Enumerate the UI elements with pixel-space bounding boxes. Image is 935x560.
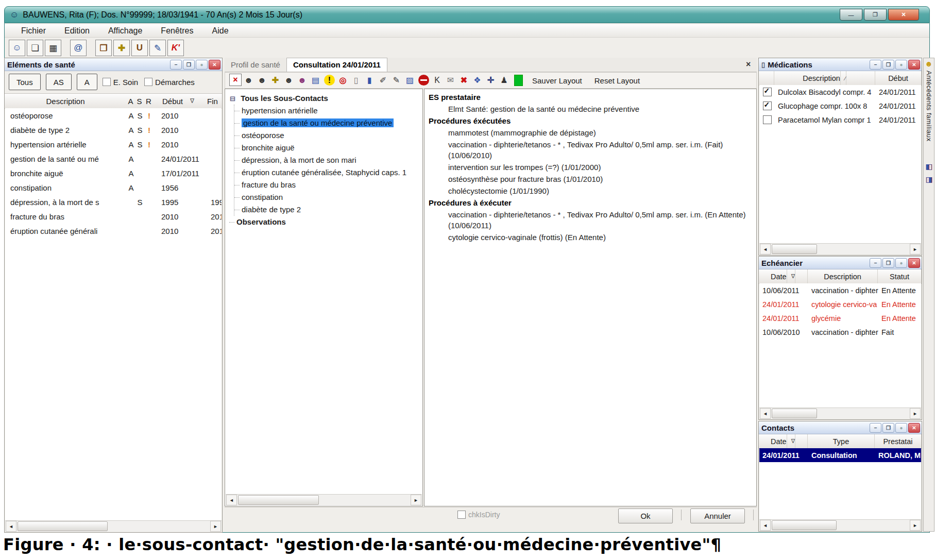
echeance-row[interactable]: 24/01/2011 cytologie cervico-va En Atten… <box>759 297 921 311</box>
scroll-right-icon[interactable]: ► <box>210 521 221 532</box>
scrollbar-thumb[interactable] <box>772 409 817 418</box>
horizontal-scrollbar[interactable]: ◄ ► <box>759 243 921 254</box>
scrollbar-thumb[interactable] <box>772 244 817 254</box>
tag-icon[interactable]: ❒ <box>95 40 112 56</box>
table-row[interactable]: gestion de la santé ou mé A 24/01/2011 <box>5 151 222 166</box>
tree-item[interactable]: constipation <box>234 191 422 203</box>
scroll-right-icon[interactable]: ► <box>411 495 421 505</box>
window-icon[interactable]: ❖ <box>471 74 484 87</box>
column-debut[interactable]: Début∇ <box>154 97 203 106</box>
horizontal-scrollbar[interactable]: ◄ ► <box>759 519 921 531</box>
horizontal-scrollbar[interactable]: ◄ ► <box>759 408 921 419</box>
minimize-button[interactable]: – <box>870 423 881 433</box>
minimize-button[interactable]: — <box>840 9 862 21</box>
restore-button[interactable]: ❐ <box>864 9 887 21</box>
antecedents-familiaux-tab[interactable]: Antécédents familiaux <box>925 71 933 142</box>
e-soin-checkbox[interactable] <box>103 78 111 86</box>
scrollbar-thumb[interactable] <box>18 521 108 531</box>
column-r[interactable]: R <box>144 97 154 106</box>
medication-checkbox[interactable] <box>763 115 772 124</box>
export-note-icon[interactable]: ◨ <box>925 175 932 183</box>
column-statut[interactable]: Statut <box>878 269 922 283</box>
save-layout-button[interactable]: Sauver Layout <box>526 76 588 85</box>
tree-item[interactable]: bronchite aiguë <box>234 142 422 154</box>
echeance-row[interactable]: 10/06/2010 vaccination - diphter Fait <box>759 325 921 339</box>
pin-button[interactable]: ● <box>895 60 907 70</box>
column-debut[interactable]: Début <box>875 71 922 85</box>
close-button[interactable]: ✕ <box>209 60 220 70</box>
minimize-button[interactable]: – <box>870 60 881 70</box>
reset-layout-button[interactable]: Reset Layout <box>588 76 646 85</box>
menu-fenetres[interactable]: Fenêtres <box>161 26 193 36</box>
menu-aide[interactable]: Aide <box>212 26 229 36</box>
import-note-icon[interactable]: ◧ <box>925 162 932 171</box>
person-icon[interactable]: ♟ <box>498 74 511 87</box>
medication-row[interactable]: Glucophage compr. 100x 8 24/01/2011 <box>759 99 921 113</box>
echeance-row[interactable]: 10/06/2011 vaccination - diphter En Atte… <box>759 283 921 297</box>
subcontact-star-icon[interactable]: ☻ <box>296 74 309 87</box>
tree-root-observations[interactable]: Observations <box>229 216 422 228</box>
collapse-icon[interactable]: ⊟ <box>229 96 236 103</box>
subcontact-new-icon[interactable]: ☻ <box>242 74 255 87</box>
menu-edition[interactable]: Edition <box>64 26 90 36</box>
k-prime-icon[interactable]: K' <box>167 40 184 56</box>
report-icon[interactable]: ▨ <box>403 74 416 87</box>
maximize-button[interactable]: ❐ <box>183 60 195 70</box>
column-a[interactable]: A <box>126 97 135 106</box>
echeance-row[interactable]: 24/01/2011 glycémie En Attente <box>759 311 921 325</box>
column-date[interactable]: Date∇ <box>759 269 808 283</box>
prescription-icon[interactable]: ✎ <box>149 40 166 56</box>
scrollbar-thumb[interactable] <box>772 520 837 530</box>
column-description[interactable]: Description∕ <box>774 71 875 85</box>
tree-item[interactable]: gestion de la santé ou médecine préventi… <box>234 117 422 129</box>
medication-row[interactable]: Dulcolax Bisacodyl compr. 4 24/01/2011 <box>759 85 921 99</box>
is-dirty-checkbox[interactable] <box>457 511 466 519</box>
syringe-icon[interactable]: ✐ <box>377 74 389 87</box>
tree-item[interactable]: ostéoporose <box>234 129 422 142</box>
procedure-icon[interactable]: ✎ <box>390 74 403 87</box>
pin-button[interactable]: ● <box>895 258 907 268</box>
target-icon[interactable]: ◎ <box>336 74 349 87</box>
scroll-left-icon[interactable]: ◄ <box>226 495 237 505</box>
column-description[interactable]: Description <box>808 269 878 283</box>
a-filter-button[interactable]: A <box>77 74 97 90</box>
scroll-left-icon[interactable]: ◄ <box>760 408 771 419</box>
minimize-button[interactable]: – <box>870 258 881 268</box>
pin-button[interactable]: ● <box>196 60 208 70</box>
medication-row[interactable]: Paracetamol Mylan compr 1 24/01/2011 <box>759 113 921 127</box>
column-fin[interactable]: Fin <box>203 97 222 106</box>
pin-button[interactable]: ● <box>895 423 907 433</box>
minimize-button[interactable]: – <box>170 60 182 70</box>
ok-icon[interactable] <box>514 75 523 86</box>
table-row[interactable]: ostéoporose A S ! 2010 <box>5 108 222 123</box>
delete-line-icon[interactable]: × <box>229 74 242 86</box>
scroll-left-icon[interactable]: ◄ <box>760 244 771 254</box>
subcontact-icon[interactable]: ☻ <box>256 74 268 87</box>
scroll-right-icon[interactable]: ► <box>910 244 921 254</box>
tree-item[interactable]: éruption cutanée généralisée, Staphycid … <box>234 166 422 179</box>
horizontal-scrollbar[interactable]: ◄ ► <box>5 520 222 532</box>
medication-checkbox[interactable] <box>763 88 772 96</box>
patient-icon[interactable]: ☺ <box>9 40 25 56</box>
capsule-icon[interactable]: ▯ <box>350 74 363 87</box>
close-button[interactable]: ✕ <box>908 423 920 433</box>
scrollbar-thumb[interactable] <box>238 495 319 505</box>
ok-button[interactable]: Ok <box>618 508 673 523</box>
cancel-button[interactable]: Annuler <box>690 508 745 523</box>
column-s[interactable]: S <box>135 97 144 106</box>
maximize-button[interactable]: ❐ <box>882 60 894 70</box>
tree-item[interactable]: diabète de type 2 <box>234 203 422 216</box>
column-description[interactable]: Description <box>5 97 126 106</box>
contact-row[interactable]: 24/01/2011 Consultation ROLAND, Mi <box>759 448 921 462</box>
column-type[interactable]: Type <box>808 434 875 448</box>
menu-fichier[interactable]: Fichier <box>21 26 46 36</box>
table-row[interactable]: dépression, à la mort de s S 1995 1995 <box>5 195 222 209</box>
table-row[interactable]: constipation A 1956 <box>5 180 222 195</box>
tous-filter-button[interactable]: Tous <box>9 74 41 90</box>
mortar-icon[interactable]: U <box>131 40 148 56</box>
column-date[interactable]: Date∇ <box>759 434 808 448</box>
tab-profil-de-sante[interactable]: Profil de santé <box>225 58 286 72</box>
maximize-button[interactable]: ❐ <box>882 258 894 268</box>
tree-item[interactable]: hypertension artérielle <box>234 105 422 117</box>
scroll-right-icon[interactable]: ► <box>910 520 921 531</box>
